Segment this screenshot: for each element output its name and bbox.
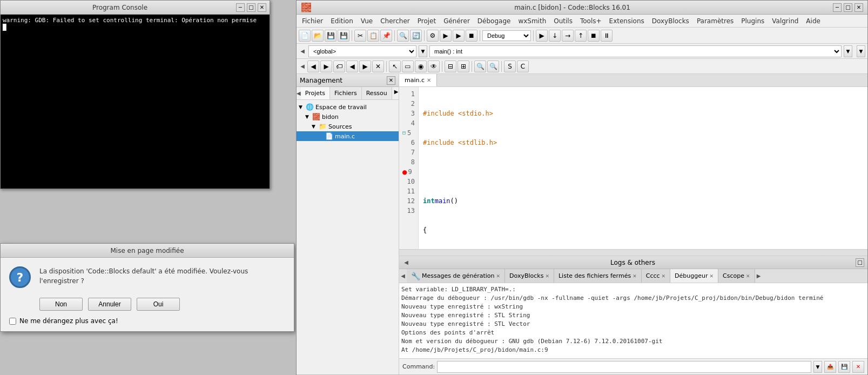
- command-save-button[interactable]: 💾: [838, 361, 850, 373]
- command-input[interactable]: [437, 361, 811, 373]
- logs-tab-fichiers-fermes[interactable]: Liste des fichiers fermés ✕: [554, 269, 642, 283]
- logs-left-arrow[interactable]: ◀: [402, 259, 410, 265]
- right-panel-toggle[interactable]: ▼: [857, 45, 865, 57]
- function-select[interactable]: main() : int: [429, 45, 842, 57]
- watch-button[interactable]: 👁: [428, 61, 440, 72]
- logs-tab-fichiers-close[interactable]: ✕: [633, 273, 637, 279]
- left-panel-collapse-button[interactable]: ◀: [299, 63, 306, 69]
- menu-plugins[interactable]: Plugins: [738, 16, 768, 26]
- logs-tab-cscope-close[interactable]: ✕: [746, 273, 750, 279]
- mgmt-tab-ressou[interactable]: Ressou: [362, 87, 392, 99]
- build-run-button[interactable]: ▶: [453, 30, 465, 42]
- management-close-button[interactable]: ✕: [387, 76, 395, 85]
- debug-next-button[interactable]: →: [562, 30, 574, 42]
- copy-button[interactable]: 📋: [367, 30, 379, 42]
- mgmt-panel-left-arrow[interactable]: ◀: [297, 87, 301, 99]
- command-history-button[interactable]: ▼: [813, 361, 822, 373]
- zoom-in-button[interactable]: 🔍: [474, 61, 486, 72]
- fold-button[interactable]: ⊟: [445, 61, 456, 72]
- horizontal-scrollbar[interactable]: [399, 249, 867, 256]
- function-dropdown-button[interactable]: ▼: [844, 45, 852, 57]
- save-all-button[interactable]: 💾: [338, 30, 349, 42]
- menu-wxsmith[interactable]: wxSmith: [515, 16, 549, 26]
- unfold-button[interactable]: ⊞: [457, 61, 469, 72]
- run-button[interactable]: ▶: [440, 30, 452, 42]
- logs-tab-messages-close[interactable]: ✕: [496, 273, 501, 279]
- logs-tab-debugger-close[interactable]: ✕: [710, 273, 714, 279]
- menu-chercher[interactable]: Chercher: [377, 16, 413, 26]
- bookmark-prev2-button[interactable]: ◀: [346, 61, 358, 72]
- dialog-annuler-button[interactable]: Annuler: [88, 298, 131, 311]
- mgmt-tab-projets[interactable]: Projets: [301, 87, 330, 99]
- menu-vue[interactable]: Vue: [358, 16, 376, 26]
- menu-valgrind[interactable]: Valgrind: [769, 16, 802, 26]
- logs-tab-doxyblocks[interactable]: DoxyBlocks ✕: [505, 269, 554, 283]
- menu-edition[interactable]: Edition: [327, 16, 356, 26]
- console-maximize-button[interactable]: □: [247, 3, 255, 12]
- bookmark-set-button[interactable]: 🏷: [333, 61, 345, 72]
- find-button[interactable]: 🔍: [397, 30, 409, 42]
- ide-maximize-button[interactable]: □: [844, 3, 852, 12]
- editor-tab-main-c[interactable]: main.c ✕: [399, 74, 437, 86]
- menu-parametres[interactable]: Paramètres: [694, 16, 737, 26]
- tree-sources[interactable]: ▼ 📁 Sources: [297, 122, 399, 131]
- tree-project-bidon[interactable]: ▼ 🧱 bidon: [297, 112, 399, 122]
- ide-minimize-button[interactable]: −: [833, 3, 842, 12]
- tree-main-c[interactable]: 📄 main.c: [297, 131, 399, 141]
- menu-projet[interactable]: Projet: [414, 16, 439, 26]
- menu-aide[interactable]: Aide: [803, 16, 824, 26]
- management-collapse-button[interactable]: ◀: [299, 48, 306, 54]
- code-content[interactable]: #include <stdio.h> #include <stdlib.h> i…: [419, 87, 867, 249]
- bookmark-next2-button[interactable]: ▶: [359, 61, 371, 72]
- stop-button[interactable]: ⏹: [466, 30, 477, 42]
- zoom-out-button[interactable]: 🔍: [487, 61, 499, 72]
- debug-step-button[interactable]: ↓: [549, 30, 561, 42]
- menu-toolsplus[interactable]: Tools+: [577, 16, 605, 26]
- menu-outils[interactable]: Outils: [550, 16, 576, 26]
- toggle-s-button[interactable]: S: [504, 61, 516, 72]
- menu-debogage[interactable]: Débogage: [474, 16, 514, 26]
- debug-mode-select[interactable]: Debug Release: [482, 30, 531, 41]
- cut-button[interactable]: ✂: [354, 30, 366, 42]
- logs-tab-doxyblocks-close[interactable]: ✕: [545, 273, 549, 279]
- dialog-non-button[interactable]: Non: [39, 298, 83, 311]
- menu-extensions[interactable]: Extensions: [606, 16, 648, 26]
- editor-tab-close[interactable]: ✕: [427, 77, 431, 83]
- console-minimize-button[interactable]: −: [236, 3, 245, 12]
- paste-button[interactable]: 📌: [380, 30, 392, 42]
- logs-tab-cccc[interactable]: Cccc ✕: [642, 269, 670, 283]
- bookmark-next-button[interactable]: ▶: [320, 61, 332, 72]
- new-file-button[interactable]: 📄: [299, 30, 311, 42]
- dialog-no-bother-checkbox[interactable]: [9, 318, 16, 325]
- bookmark-prev-button[interactable]: ◀: [307, 61, 319, 72]
- menu-generer[interactable]: Générer: [440, 16, 473, 26]
- logs-tab-cccc-close[interactable]: ✕: [662, 273, 666, 279]
- logs-tab-messages[interactable]: 🔧 Messages de génération ✕: [407, 269, 505, 283]
- ide-close-button[interactable]: ✕: [854, 3, 863, 12]
- bookmark-clear-button[interactable]: ✕: [372, 61, 384, 72]
- menu-doxyblocks[interactable]: DoxyBlocks: [649, 16, 692, 26]
- debug-pause-button[interactable]: ⏸: [601, 30, 613, 42]
- logs-tab-cscope[interactable]: Cscope ✕: [718, 269, 755, 283]
- console-close-button[interactable]: ✕: [258, 3, 266, 12]
- debug-stop-button[interactable]: ⏹: [588, 30, 600, 42]
- mgmt-tab-fichiers[interactable]: Fichiers: [330, 87, 362, 99]
- rect-select-button[interactable]: ▭: [402, 61, 414, 72]
- breakpoint-toggle-button[interactable]: ◉: [415, 61, 427, 72]
- toggle-c-button[interactable]: C: [517, 61, 529, 72]
- save-file-button[interactable]: 💾: [325, 30, 337, 42]
- cursor-tool-button[interactable]: ↖: [389, 61, 401, 72]
- logs-tabs-left-arrow[interactable]: ◀: [399, 269, 407, 283]
- menu-fichier[interactable]: Fichier: [299, 16, 326, 26]
- scope-dropdown-button[interactable]: ▼: [419, 45, 427, 57]
- logs-tabs-right-arrow[interactable]: ▶: [755, 269, 763, 283]
- command-stop-button[interactable]: ✕: [852, 361, 864, 373]
- debug-step-out-button[interactable]: ↑: [575, 30, 587, 42]
- dialog-oui-button[interactable]: Oui: [137, 298, 180, 311]
- logs-maximize-button[interactable]: □: [856, 258, 864, 267]
- open-file-button[interactable]: 📂: [312, 30, 324, 42]
- replace-button[interactable]: 🔄: [410, 30, 422, 42]
- build-button[interactable]: ⚙: [427, 30, 439, 42]
- scope-select[interactable]: <global>: [308, 45, 416, 57]
- logs-tab-debugger[interactable]: Débuggeur ✕: [670, 269, 718, 283]
